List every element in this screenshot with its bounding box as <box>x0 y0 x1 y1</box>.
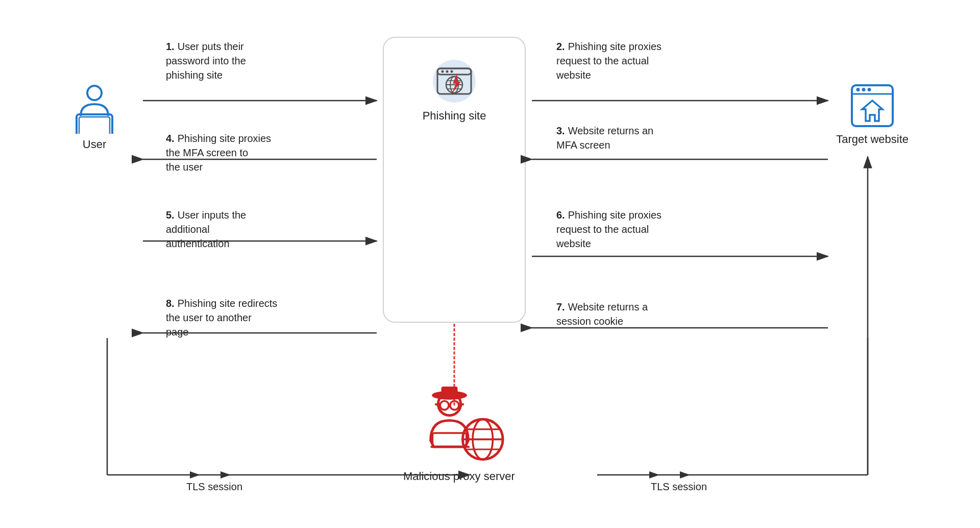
step6-label: 6.Phishing site proxies request to the a… <box>556 208 662 251</box>
svg-rect-26 <box>442 387 458 397</box>
diagram-container: Phishing site User <box>0 0 980 528</box>
svg-point-5 <box>451 70 453 73</box>
svg-point-20 <box>856 88 860 91</box>
step4-label: 4.Phishing site proxies the MFA screen t… <box>166 131 271 174</box>
svg-point-4 <box>446 70 449 73</box>
step5-label: 5.User inputs the additional authenticat… <box>166 208 246 251</box>
phishing-site-box: Phishing site <box>383 37 526 323</box>
svg-point-21 <box>862 88 866 91</box>
target-website-label: Target website <box>836 133 909 146</box>
svg-point-22 <box>868 88 871 91</box>
step2-label: 2.Phishing site proxies request to the a… <box>556 39 662 82</box>
target-website-icon <box>849 83 895 129</box>
svg-rect-32 <box>433 433 467 447</box>
svg-rect-14 <box>79 117 110 134</box>
phishing-label: Phishing site <box>423 109 486 123</box>
step7-label: 7.Website returns a session cookie <box>556 300 648 328</box>
svg-marker-23 <box>862 101 883 121</box>
svg-line-30 <box>435 404 440 405</box>
target-website-actor: Target website <box>836 83 909 146</box>
svg-point-12 <box>87 86 102 100</box>
malicious-proxy-icon <box>408 384 510 466</box>
svg-point-28 <box>450 401 459 410</box>
user-icon <box>71 83 117 134</box>
malicious-proxy-label: Malicious proxy server <box>403 470 515 483</box>
tls-left-label: TLS session <box>186 481 242 493</box>
tls-right-label: TLS session <box>651 481 707 493</box>
step1-label: 1.User puts their password into the phis… <box>166 39 246 82</box>
phishing-site-icon <box>431 58 477 104</box>
svg-point-3 <box>442 70 444 73</box>
step8-label: 8.Phishing site redirects the user to an… <box>166 296 277 339</box>
user-actor: User <box>71 83 117 151</box>
malicious-proxy-actor: Malicious proxy server <box>403 384 515 483</box>
svg-line-31 <box>459 404 464 405</box>
svg-point-27 <box>440 401 449 410</box>
step3-label: 3.Website returns an MFA screen <box>556 124 653 152</box>
diagram-inner: Phishing site User <box>56 21 924 507</box>
user-label: User <box>83 138 106 151</box>
